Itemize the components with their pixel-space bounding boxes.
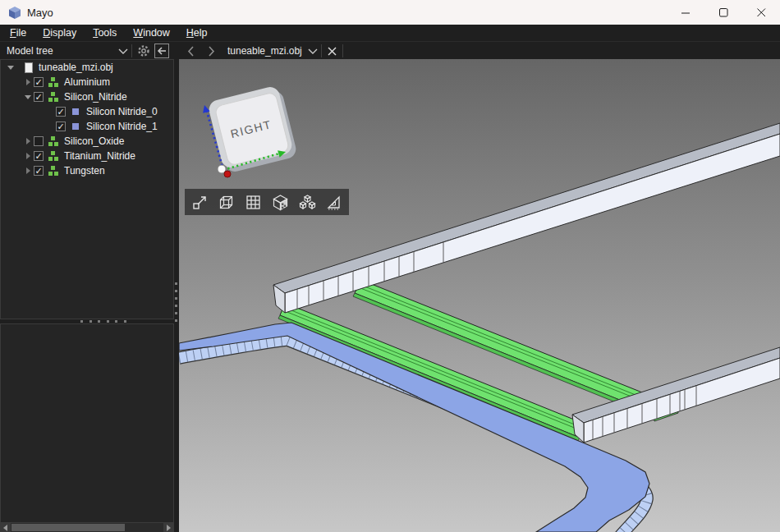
- tree-item-label: Titanium_Nitride: [64, 150, 135, 162]
- menu-display[interactable]: Display: [40, 26, 79, 39]
- toolbar-separator: [131, 44, 132, 57]
- x-axis-dot: [224, 171, 231, 177]
- visibility-checkbox[interactable]: ✓: [56, 122, 66, 131]
- tree-row[interactable]: Silicon_Oxide: [1, 134, 173, 149]
- tree-item-label: Aluminium: [64, 76, 110, 88]
- tree-item-label: Tungsten: [64, 165, 105, 177]
- nav-previous-icon[interactable]: [186, 45, 197, 57]
- wireframe-button[interactable]: [218, 193, 236, 211]
- visibility-checkbox[interactable]: ✓: [34, 151, 44, 161]
- scroll-left-icon: [3, 525, 7, 531]
- assembly-icon: [48, 151, 58, 161]
- measure-icon: [325, 194, 342, 211]
- viewport-toolbar: [185, 189, 349, 215]
- tree-row[interactable]: ✓Titanium_Nitride: [1, 149, 173, 163]
- tree-row[interactable]: ✓Aluminium: [1, 75, 173, 89]
- expander-expanded-icon[interactable]: [5, 62, 16, 73]
- tree-row[interactable]: tuneable_mzi.obj: [1, 60, 173, 75]
- visibility-checkbox[interactable]: [34, 136, 44, 146]
- maximize-icon: [719, 8, 728, 17]
- chevron-down-icon[interactable]: [117, 48, 129, 55]
- app-logo-cube-icon: [8, 6, 21, 20]
- window-title: Mayo: [27, 7, 53, 19]
- menu-window[interactable]: Window: [131, 26, 172, 39]
- wireframe-cube-icon: [218, 194, 235, 211]
- horizontal-scrollbar[interactable]: [0, 523, 174, 532]
- pane-selector[interactable]: Model tree: [7, 42, 53, 60]
- visibility-checkbox[interactable]: ✓: [34, 92, 44, 102]
- gear-icon[interactable]: [136, 44, 151, 58]
- assembly-icon: [48, 136, 58, 146]
- tree-item-label: Silicon_Oxide: [64, 135, 124, 147]
- tree-item-label: tuneable_mzi.obj: [39, 62, 113, 73]
- left-dock-area: tuneable_mzi.obj✓Aluminium✓Silicon_Nitri…: [0, 59, 179, 532]
- tree-item-label: Silicon Nitride_0: [86, 106, 158, 117]
- model-tree: tuneable_mzi.obj✓Aluminium✓Silicon_Nitri…: [0, 59, 174, 319]
- measure-button[interactable]: [325, 193, 343, 211]
- document-tab-label[interactable]: tuneable_mzi.obj: [227, 42, 302, 60]
- close-window-button[interactable]: [742, 0, 780, 25]
- scrollbar-thumb[interactable]: [11, 524, 125, 531]
- menu-bar: File Display Tools Window Help: [0, 25, 780, 41]
- components-icon: [299, 194, 316, 211]
- expander-collapsed-icon[interactable]: [22, 165, 34, 177]
- part-icon: [72, 108, 79, 115]
- minimize-icon: [681, 8, 691, 17]
- explode-components-button[interactable]: [298, 193, 316, 211]
- fit-all-icon: [191, 194, 209, 211]
- shaded-view-button[interactable]: [271, 193, 289, 211]
- z-axis-arrowhead: [203, 105, 210, 113]
- expander-collapsed-icon[interactable]: [22, 135, 34, 147]
- minimize-button[interactable]: [667, 0, 704, 25]
- tree-item-label: Silicon Nitride_1: [86, 121, 158, 132]
- maximize-button[interactable]: [704, 0, 742, 25]
- secondary-panel: [0, 323, 174, 523]
- assembly-icon: [48, 166, 58, 176]
- visibility-checkbox[interactable]: ✓: [34, 77, 44, 87]
- close-document-icon[interactable]: [327, 46, 337, 57]
- menu-tools[interactable]: Tools: [90, 26, 119, 39]
- title-bar: Mayo: [0, 0, 780, 25]
- arrow-left-icon: [156, 45, 167, 57]
- chevron-down-icon[interactable]: [307, 48, 319, 55]
- viewport-3d[interactable]: RIGHT: [179, 59, 780, 532]
- scroll-right-button[interactable]: [163, 523, 174, 532]
- toolbar-separator: [321, 44, 322, 57]
- expander-spacer: [44, 106, 56, 117]
- expander-expanded-icon[interactable]: [22, 91, 34, 103]
- part-icon: [72, 123, 79, 130]
- menu-file[interactable]: File: [7, 26, 29, 39]
- main-toolbar: Model tree tuneable_mzi.obj: [0, 41, 780, 59]
- tree-row[interactable]: ✓Silicon Nitride_0: [1, 104, 173, 119]
- tree-row[interactable]: ✓Silicon Nitride_1: [1, 119, 173, 134]
- expander-collapsed-icon[interactable]: [22, 76, 34, 88]
- nav-next-icon[interactable]: [205, 45, 217, 57]
- fit-all-button[interactable]: [190, 193, 209, 211]
- cladding-bar-top[interactable]: [273, 123, 780, 313]
- toolbar-separator: [342, 44, 343, 57]
- scroll-right-icon: [167, 525, 171, 531]
- tree-row[interactable]: ✓Tungsten: [1, 163, 173, 178]
- scene-canvas[interactable]: RIGHT: [179, 59, 780, 532]
- expander-spacer: [44, 121, 56, 132]
- grid-button[interactable]: [245, 193, 263, 211]
- close-icon: [757, 8, 766, 17]
- visibility-checkbox[interactable]: ✓: [56, 107, 66, 117]
- grid-icon: [245, 194, 262, 211]
- tree-item-label: Silicon_Nitride: [64, 91, 127, 103]
- shaded-cube-icon: [272, 194, 289, 211]
- menu-help[interactable]: Help: [184, 26, 210, 39]
- tree-row[interactable]: ✓Silicon_Nitride: [1, 89, 173, 104]
- scroll-left-button[interactable]: [0, 523, 11, 532]
- go-back-button[interactable]: [154, 44, 169, 58]
- visibility-checkbox[interactable]: ✓: [34, 166, 44, 176]
- expander-collapsed-icon[interactable]: [22, 150, 34, 162]
- assembly-icon: [48, 77, 58, 87]
- vertical-splitter-handle[interactable]: [175, 282, 177, 322]
- assembly-icon: [48, 92, 58, 102]
- document-icon: [25, 62, 33, 73]
